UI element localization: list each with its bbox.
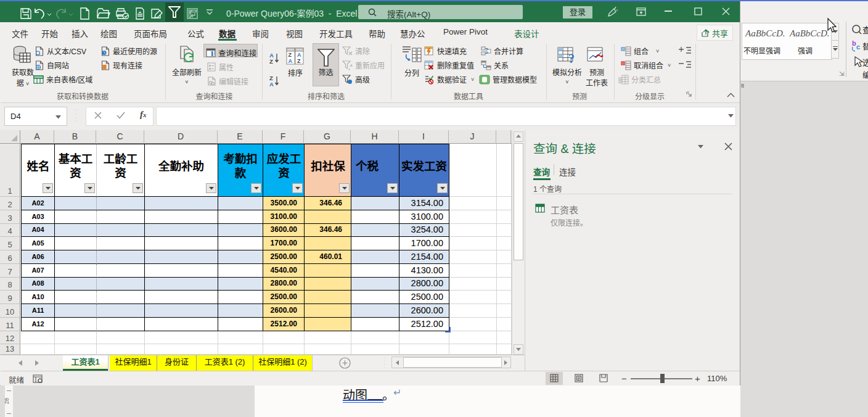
svg-text:A: A xyxy=(289,58,293,64)
svg-text:选: 选 xyxy=(862,58,868,67)
svg-text:Z: Z xyxy=(289,52,292,58)
svg-text:编: 编 xyxy=(862,70,868,79)
svg-text:c: c xyxy=(856,43,860,51)
svg-text:A: A xyxy=(297,52,301,58)
svg-text:b: b xyxy=(852,39,856,47)
svg-text:Z: Z xyxy=(269,58,273,64)
svg-text:A: A xyxy=(269,81,274,87)
svg-text:Z: Z xyxy=(297,58,301,64)
svg-text:?: ? xyxy=(568,52,575,65)
svg-text:查: 查 xyxy=(862,25,868,35)
svg-text:替: 替 xyxy=(862,42,868,51)
